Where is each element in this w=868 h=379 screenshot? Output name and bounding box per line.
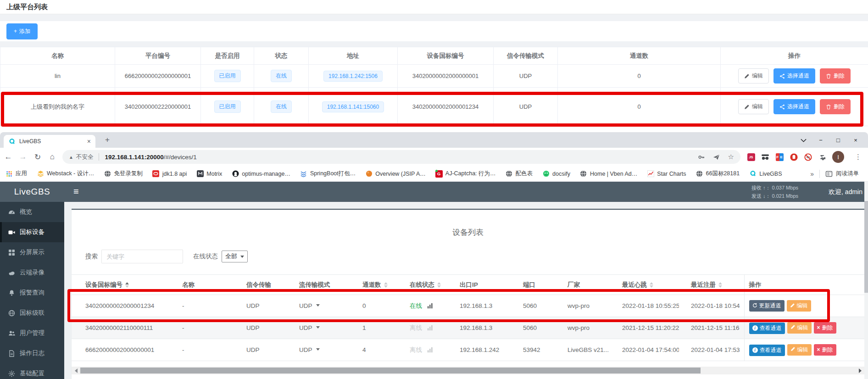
col-heartbeat[interactable]: 最近心跳 (610, 275, 679, 295)
security-label[interactable]: 不安全 (76, 153, 94, 161)
profile-avatar[interactable]: I (832, 151, 844, 163)
tab-strip: LiveGBS × + − □ × (0, 132, 868, 148)
welcome-user[interactable]: 欢迎, admin (829, 182, 862, 202)
cell-transport: UDP (234, 317, 287, 339)
update-channels-button[interactable]: 更新通道 (749, 300, 785, 312)
bookmarks-overflow-icon[interactable]: » (810, 170, 814, 178)
cell-channels: 0 (558, 88, 721, 126)
reading-list-button[interactable]: 阅读清单 (825, 170, 859, 178)
col-online-status[interactable]: 在线状态 (398, 275, 448, 295)
select-channel-button[interactable]: 选择通道 (773, 68, 815, 84)
scroll-left-arrow[interactable] (72, 367, 79, 374)
cell-stream-mode[interactable]: UDP (287, 317, 351, 339)
key-icon[interactable] (698, 154, 705, 161)
cell-vendor: LiveGBS v21... (556, 339, 610, 361)
extensions-puzzle-icon[interactable] (818, 153, 826, 161)
adblock-hand-icon[interactable] (790, 153, 798, 161)
sidebar-item-alarm-query[interactable]: 报警查询 (0, 283, 64, 303)
search-input[interactable] (101, 250, 183, 263)
bookmark-jdk-api[interactable]: jdk1.8 api (152, 170, 187, 178)
tab-close-icon[interactable]: × (87, 138, 91, 145)
scroll-right-arrow[interactable] (857, 367, 864, 374)
bookmark-webstack[interactable]: Webstack - 设计… (37, 170, 94, 178)
fe-extension-icon[interactable]: FE (775, 153, 784, 161)
incognito-mask-icon[interactable] (761, 153, 769, 161)
bookmark-star-icon[interactable]: ☆ (728, 153, 734, 161)
edit-button[interactable]: 编辑 (738, 99, 769, 114)
edit-button[interactable]: 编辑 (787, 344, 812, 356)
browser-tab[interactable]: LiveGBS × (4, 135, 95, 148)
home-icon[interactable]: ⌂ (46, 152, 59, 162)
delete-button[interactable]: × 删除 (814, 322, 836, 334)
cell-channels: 0 (558, 65, 721, 88)
col-registered[interactable]: 最近注册 (679, 275, 744, 295)
edit-button[interactable]: 编辑 (787, 300, 811, 312)
hamburger-icon[interactable]: ≡ (68, 182, 84, 202)
delete-button[interactable]: 删除 (820, 99, 851, 114)
sidebar-item-gb-devices[interactable]: 国标设备 (0, 222, 64, 242)
filter-row: 搜索 在线状态 全部 (85, 250, 864, 263)
bookmark-springboot[interactable]: SpringBoot打包… (300, 170, 356, 178)
col-channels[interactable]: 通道数 (351, 275, 398, 295)
warning-icon: ▲ (69, 155, 73, 160)
bar-chart-icon[interactable] (427, 303, 433, 310)
send-icon[interactable] (713, 154, 720, 161)
livegbs-app: LiveGBS ≡ 接收 ↑： 0.037 Mbps 发送 ↓： 0.021 M… (0, 182, 868, 379)
address-input[interactable]: ▲ 不安全 192.168.1.141:20000 /#/devices/1 ☆ (62, 150, 740, 164)
sidebar-item-split-screen[interactable]: 分屏展示 (0, 242, 64, 262)
col-device-gbid[interactable]: 设备国标编号 (72, 275, 170, 295)
status-online-link[interactable]: 在线 (410, 302, 422, 309)
reload-icon[interactable]: ↻ (31, 152, 44, 162)
sidebar-item-overview[interactable]: 概览 (0, 202, 64, 222)
bookmark-docsify[interactable]: docsify (542, 170, 570, 178)
add-button[interactable]: + 添加 (6, 23, 38, 39)
view-channels-button[interactable]: i 查看通道 (749, 323, 785, 334)
sidebar-item-cloud-record[interactable]: 云端录像 (0, 262, 64, 283)
browser-menu-icon[interactable]: ⋮ (852, 153, 864, 161)
bookmark-motrix[interactable]: Motrix (196, 170, 222, 178)
bookmark-livegbs[interactable]: LiveGBS (749, 170, 782, 178)
cell-registered: 2022-01-04 17:53 (679, 339, 744, 361)
sidebar-item-user-management[interactable]: 用户管理 (0, 323, 64, 343)
scrollbar-thumb[interactable] (864, 201, 868, 293)
close-window-button[interactable]: × (847, 137, 864, 144)
delete-button[interactable]: × 删除 (814, 344, 836, 356)
bookmark-aj-captcha[interactable]: G AJ-Captcha: 行为… (435, 170, 496, 178)
delete-button[interactable]: 删除 (820, 68, 851, 84)
bookmark-vben-home[interactable]: Home | Vben Ad… (580, 170, 637, 178)
orange-sphere-icon (365, 170, 373, 178)
view-channels-button[interactable]: i 查看通道 (749, 345, 785, 356)
forward-icon[interactable]: → (17, 152, 29, 162)
scrollbar-thumb[interactable] (80, 368, 701, 373)
edit-button[interactable]: 编辑 (738, 68, 769, 84)
camera-blocker-icon[interactable] (804, 153, 812, 161)
col-actions: 操作 (744, 275, 864, 295)
js-extension-icon[interactable]: JS (747, 153, 755, 161)
chevron-down-icon[interactable] (795, 137, 812, 144)
minimize-button[interactable]: − (812, 137, 829, 144)
bookmark-star-charts[interactable]: Star Charts (647, 170, 686, 178)
bookmark-color-table[interactable]: 配色表 (506, 170, 533, 178)
cell-stream-mode[interactable]: UDP (287, 295, 351, 317)
oracle-icon (152, 170, 160, 178)
app-logo[interactable]: LiveGBS (0, 182, 64, 202)
cell-stream-mode[interactable]: UDP (287, 339, 351, 361)
bookmark-apps[interactable]: 应用 (6, 170, 27, 178)
edit-button[interactable]: 编辑 (787, 322, 812, 334)
caret-down-icon (240, 256, 244, 260)
bookmark-optimus-manager[interactable]: optimus-manage… (232, 170, 290, 178)
sidebar-item-basic-config[interactable]: 基础配置 (0, 363, 64, 379)
maximize-button[interactable]: □ (829, 137, 847, 144)
new-tab-button[interactable]: + (102, 134, 113, 145)
bookmark-gb28181[interactable]: 66国标28181 (696, 170, 740, 178)
bookmark-nologin-copy[interactable]: 免登录复制 (104, 170, 143, 178)
col-stream-mode: 流传输模式 (287, 275, 351, 295)
sidebar-item-operation-log[interactable]: 操作日志 (0, 343, 64, 363)
status-offline: 离线 (410, 324, 422, 331)
sidebar-item-gb-cascade[interactable]: 国标级联 (0, 303, 64, 323)
window-controls: − □ × (795, 132, 864, 148)
online-status-select[interactable]: 全部 (222, 251, 248, 262)
select-channel-button[interactable]: 选择通道 (773, 99, 815, 114)
back-icon[interactable]: ← (2, 152, 15, 162)
bookmark-overview-jsip[interactable]: Overview (JSIP A… (365, 170, 426, 178)
